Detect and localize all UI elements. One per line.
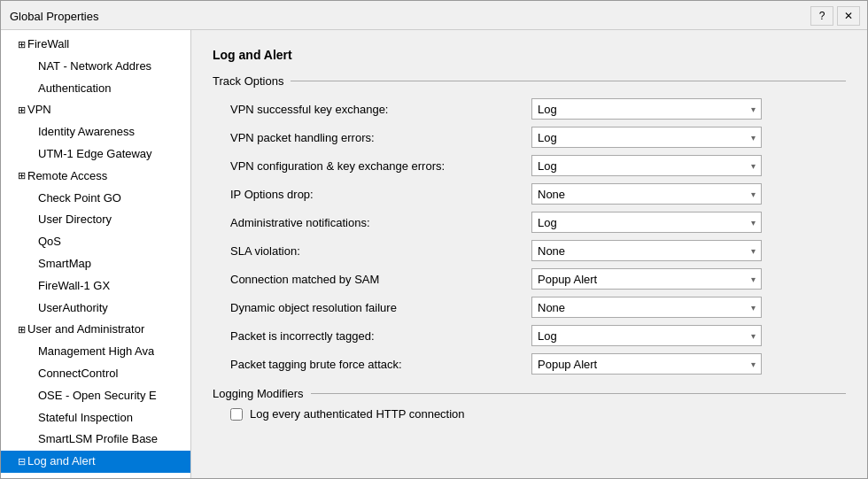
- sidebar-label-smartlsm: SmartLSM Profile Base: [38, 430, 158, 449]
- expand-icon-log-alert: ⊟: [15, 454, 27, 470]
- sidebar-item-userauthority[interactable]: UserAuthority: [1, 297, 190, 320]
- form-select-value-admin-notifications: Log: [538, 216, 557, 229]
- title-bar-icons: ? ✕: [810, 6, 860, 26]
- form-label-vpn-config-errors: VPN configuration & key exchange errors:: [230, 159, 531, 173]
- sidebar-label-user-directory: User Directory: [38, 211, 112, 229]
- chevron-down-icon-admin-notifications: ▾: [751, 218, 756, 228]
- form-select-vpn-config-errors[interactable]: Log▾: [531, 155, 762, 176]
- expand-icon-remote-access: ⊞: [15, 168, 27, 184]
- sidebar-label-connectcontrol: ConnectControl: [38, 365, 118, 383]
- sidebar-label-vpn: VPN: [27, 101, 51, 120]
- sidebar-item-utm-edge[interactable]: UTM-1 Edge Gateway: [1, 143, 190, 166]
- sidebar-item-firewall-gx[interactable]: FireWall-1 GX: [1, 275, 190, 297]
- sidebar-label-user-admin: User and Administrator: [27, 321, 144, 339]
- sidebar-item-checkpoint-go[interactable]: Check Point GO: [1, 188, 190, 210]
- form-label-sla-violation: SLA violation:: [230, 244, 531, 258]
- form-row-sla-violation: SLA violation:None▾: [213, 240, 846, 261]
- sidebar-item-management-ha[interactable]: Management High Ava: [1, 341, 190, 363]
- sidebar-label-qos: QoS: [38, 233, 61, 251]
- chevron-down-icon-brute-force: ▾: [751, 359, 756, 369]
- checkbox-row: Log every authenticated HTTP connection: [213, 407, 846, 421]
- sidebar-item-remote-access[interactable]: ⊞Remote Access: [1, 166, 190, 188]
- chevron-down-icon-incorrectly-tagged: ▾: [751, 331, 756, 341]
- form-select-value-dynamic-object: None: [538, 301, 565, 314]
- form-select-sam-matched[interactable]: Popup Alert▾: [531, 268, 762, 290]
- sidebar-item-user-directory[interactable]: User Directory: [1, 209, 190, 231]
- form-row-incorrectly-tagged: Packet is incorrectly tagged:Log▾: [213, 325, 846, 346]
- form-select-sla-violation[interactable]: None▾: [531, 240, 762, 261]
- content-area: ⊞FireWallNAT - Network AddresAuthenticat…: [1, 30, 867, 478]
- sidebar-item-smartlsm[interactable]: SmartLSM Profile Base: [1, 429, 190, 451]
- form-row-vpn-key-exchange: VPN successful key exchange:Log▾: [213, 98, 846, 120]
- chevron-down-icon-ip-options-drop: ▾: [751, 189, 756, 199]
- sidebar-item-reporting[interactable]: Reporting Tools: [1, 473, 190, 478]
- sidebar-label-checkpoint-go: Check Point GO: [38, 189, 121, 208]
- title-bar-left: Global Properties: [10, 10, 98, 23]
- sidebar-item-identity-awareness[interactable]: Identity Awareness: [1, 121, 190, 143]
- form-select-value-ip-options-drop: None: [538, 188, 565, 201]
- form-row-brute-force: Packet tagging brute force attack:Popup …: [213, 353, 846, 375]
- main-panel: Log and Alert Track Options VPN successf…: [191, 30, 867, 478]
- sidebar-label-smartmap: SmartMap: [38, 255, 91, 274]
- form-select-value-vpn-key-exchange: Log: [538, 103, 557, 116]
- close-button[interactable]: ✕: [837, 6, 860, 26]
- form-select-value-sla-violation: None: [538, 244, 565, 258]
- expand-icon-firewall: ⊞: [15, 37, 27, 53]
- form-row-vpn-config-errors: VPN configuration & key exchange errors:…: [213, 155, 846, 176]
- form-select-brute-force[interactable]: Popup Alert▾: [531, 353, 762, 375]
- form-select-value-sam-matched: Popup Alert: [538, 273, 597, 286]
- sidebar-item-authentication[interactable]: Authentication: [1, 78, 190, 100]
- sidebar-label-management-ha: Management High Ava: [38, 343, 154, 361]
- form-label-sam-matched: Connection matched by SAM: [230, 273, 531, 286]
- form-select-value-vpn-config-errors: Log: [538, 159, 557, 173]
- form-label-vpn-key-exchange: VPN successful key exchange:: [230, 103, 531, 116]
- window-title: Global Properties: [10, 10, 98, 23]
- sidebar-item-log-alert[interactable]: ⊟Log and Alert: [1, 451, 190, 473]
- sidebar-label-log-alert: Log and Alert: [27, 452, 96, 471]
- form-row-dynamic-object: Dynamic object resolution failureNone▾: [213, 297, 846, 318]
- sidebar: ⊞FireWallNAT - Network AddresAuthenticat…: [1, 30, 191, 478]
- form-select-incorrectly-tagged[interactable]: Log▾: [531, 325, 762, 346]
- form-label-admin-notifications: Administrative notifications:: [230, 216, 531, 229]
- form-label-brute-force: Packet tagging brute force attack:: [230, 358, 531, 371]
- help-button[interactable]: ?: [810, 6, 833, 26]
- chevron-down-icon-vpn-key-exchange: ▾: [751, 104, 756, 114]
- form-label-dynamic-object: Dynamic object resolution failure: [230, 301, 531, 314]
- sidebar-item-vpn[interactable]: ⊞VPN: [1, 99, 190, 121]
- chevron-down-icon-dynamic-object: ▾: [751, 303, 756, 313]
- form-select-vpn-packet-errors[interactable]: Log▾: [531, 127, 762, 148]
- sidebar-label-remote-access: Remote Access: [27, 167, 107, 186]
- sidebar-item-stateful[interactable]: Stateful Inspection: [1, 407, 190, 429]
- sidebar-item-user-admin[interactable]: ⊞User and Administrator: [1, 319, 190, 341]
- form-row-ip-options-drop: IP Options drop:None▾: [213, 183, 846, 205]
- global-properties-window: Global Properties ? ✕ ⊞FireWallNAT - Net…: [0, 0, 868, 479]
- sidebar-item-qos[interactable]: QoS: [1, 231, 190, 253]
- sidebar-item-nat[interactable]: NAT - Network Addres: [1, 56, 190, 78]
- sidebar-label-userauthority: UserAuthority: [38, 299, 108, 318]
- form-row-sam-matched: Connection matched by SAMPopup Alert▾: [213, 268, 846, 290]
- log-http-checkbox[interactable]: [230, 408, 243, 421]
- sidebar-label-nat: NAT - Network Addres: [38, 58, 151, 76]
- chevron-down-icon-vpn-packet-errors: ▾: [751, 133, 756, 143]
- logging-modifiers-header: Logging Modifiers: [213, 387, 846, 400]
- sidebar-label-firewall-gx: FireWall-1 GX: [38, 277, 110, 296]
- sidebar-label-stateful: Stateful Inspection: [38, 409, 133, 428]
- sidebar-label-firewall: FireWall: [27, 35, 69, 54]
- sidebar-item-ose[interactable]: OSE - Open Security E: [1, 385, 190, 407]
- form-row-admin-notifications: Administrative notifications:Log▾: [213, 212, 846, 233]
- sidebar-item-smartmap[interactable]: SmartMap: [1, 253, 190, 275]
- form-select-admin-notifications[interactable]: Log▾: [531, 212, 762, 233]
- form-label-ip-options-drop: IP Options drop:: [230, 188, 531, 201]
- form-select-vpn-key-exchange[interactable]: Log▾: [531, 98, 762, 120]
- sidebar-label-identity-awareness: Identity Awareness: [38, 123, 135, 142]
- sidebar-label-utm-edge: UTM-1 Edge Gateway: [38, 145, 152, 164]
- sidebar-label-authentication: Authentication: [38, 80, 111, 98]
- form-select-value-incorrectly-tagged: Log: [538, 329, 557, 343]
- sidebar-item-connectcontrol[interactable]: ConnectControl: [1, 363, 190, 385]
- sidebar-item-firewall[interactable]: ⊞FireWall: [1, 34, 190, 56]
- title-bar: Global Properties ? ✕: [1, 1, 867, 30]
- form-select-dynamic-object[interactable]: None▾: [531, 297, 762, 318]
- form-rows-container: VPN successful key exchange:Log▾VPN pack…: [213, 98, 846, 375]
- form-select-ip-options-drop[interactable]: None▾: [531, 183, 762, 205]
- form-label-incorrectly-tagged: Packet is incorrectly tagged:: [230, 329, 531, 343]
